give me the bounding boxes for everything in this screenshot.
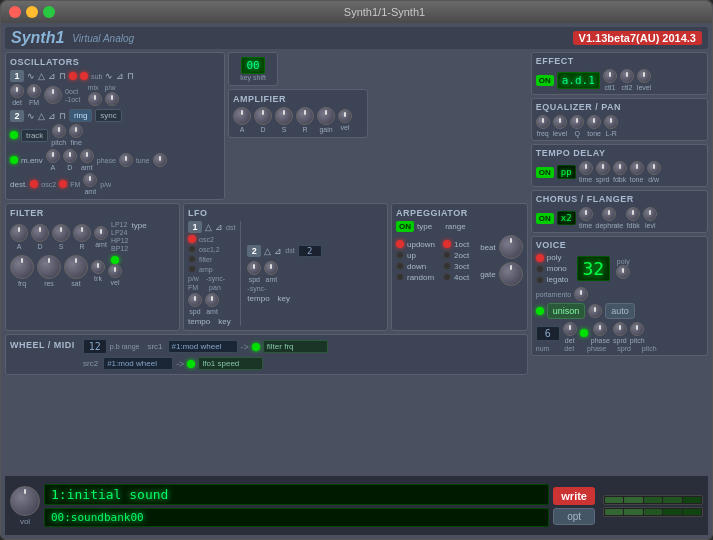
filter-vel-knob[interactable]: vel bbox=[108, 264, 122, 286]
arp-up[interactable]: up bbox=[407, 251, 416, 260]
amp-r-knob[interactable]: R bbox=[296, 107, 314, 133]
menv-led[interactable] bbox=[10, 156, 18, 164]
osc1-fm-knob[interactable]: FM bbox=[27, 84, 41, 106]
voice-sprd-knob[interactable]: sprd bbox=[613, 322, 627, 344]
sync-btn[interactable]: sync bbox=[95, 109, 121, 122]
eq-tone-knob[interactable]: tone bbox=[587, 115, 601, 137]
delay-time-knob[interactable]: time bbox=[579, 161, 593, 183]
filter-amt-knob[interactable]: amt bbox=[94, 226, 108, 248]
dest2-display[interactable]: lfo1 speed bbox=[198, 357, 263, 370]
effect-type-display[interactable]: a.d.1 bbox=[557, 72, 600, 89]
lfo1-key[interactable]: key bbox=[218, 317, 230, 326]
track-led[interactable] bbox=[10, 131, 18, 139]
close-button[interactable] bbox=[9, 6, 21, 18]
unison-knob[interactable] bbox=[588, 304, 602, 318]
phase-knob[interactable] bbox=[119, 153, 133, 167]
preset2-display[interactable]: 00:soundbank00 bbox=[44, 508, 549, 527]
arp-random[interactable]: random bbox=[407, 273, 434, 282]
lp12-label[interactable]: LP12 bbox=[111, 221, 129, 228]
maximize-button[interactable] bbox=[43, 6, 55, 18]
lfo1-tempo[interactable]: tempo bbox=[188, 317, 210, 326]
pw-knob[interactable] bbox=[105, 92, 119, 106]
chorus-levl-knob[interactable]: levl bbox=[643, 207, 657, 229]
effect-ctl2-knob[interactable]: ctl2 bbox=[620, 69, 634, 91]
portamento-knob[interactable] bbox=[574, 287, 588, 301]
lfo2-tempo[interactable]: tempo bbox=[247, 294, 269, 303]
arp-2oct[interactable]: 2oct bbox=[454, 251, 469, 260]
lfo2-wave2[interactable]: ⊿ bbox=[274, 246, 282, 256]
osc1-det-knob[interactable]: det bbox=[10, 84, 24, 106]
lfo2-key[interactable]: key bbox=[278, 294, 290, 303]
write-button[interactable]: write bbox=[553, 487, 595, 505]
poly-knob[interactable] bbox=[616, 265, 630, 279]
wave-saw[interactable]: ⊿ bbox=[48, 71, 56, 81]
lfo1-wave2[interactable]: ⊿ bbox=[215, 222, 223, 232]
effect-ctl1-knob[interactable]: ctl1 bbox=[603, 69, 617, 91]
lfo1-amt-knob[interactable]: amt bbox=[205, 293, 219, 315]
delay-tone-knob[interactable]: tone bbox=[630, 161, 644, 183]
wave2-saw[interactable]: ⊿ bbox=[48, 111, 56, 121]
type-label[interactable]: type bbox=[132, 221, 147, 230]
amp-vel-knob[interactable]: vel bbox=[338, 109, 352, 131]
mix-knob[interactable] bbox=[88, 92, 102, 106]
amp-s-knob[interactable]: S bbox=[275, 107, 293, 133]
eq-lr-knob[interactable]: L-R bbox=[604, 115, 618, 137]
arp-4oct[interactable]: 4oct bbox=[454, 273, 469, 282]
filter-r-knob[interactable]: R bbox=[73, 224, 91, 250]
voice-pitch-knob[interactable]: pitch bbox=[630, 322, 645, 344]
arp-updown[interactable]: updown bbox=[407, 240, 435, 249]
wave-sine[interactable]: ∿ bbox=[27, 71, 35, 81]
vol-control[interactable]: vol bbox=[10, 486, 40, 526]
lfo1-spd-knob[interactable]: spd bbox=[188, 293, 202, 315]
voice-phase-knob[interactable]: phase bbox=[591, 322, 610, 344]
menv-a-knob[interactable]: A bbox=[46, 149, 60, 171]
lfo2-amt-knob[interactable]: amt bbox=[264, 261, 278, 283]
arp-3oct[interactable]: 3oct bbox=[454, 262, 469, 271]
filter-d-knob[interactable]: D bbox=[31, 224, 49, 250]
amp-gain-knob[interactable]: gain bbox=[317, 107, 335, 133]
minimize-button[interactable] bbox=[26, 6, 38, 18]
arp-1oct[interactable]: 1oct bbox=[454, 240, 469, 249]
filter-frq-knob[interactable]: frq bbox=[10, 255, 34, 287]
lfo2-spd-knob[interactable]: spd bbox=[247, 261, 261, 283]
filter-res-knob[interactable]: res bbox=[37, 255, 61, 287]
tune-knob[interactable] bbox=[153, 153, 167, 167]
unison-button[interactable]: unison bbox=[547, 303, 586, 319]
wave-sub2[interactable]: ⊿ bbox=[116, 71, 124, 81]
x2-display[interactable]: x2 bbox=[557, 211, 576, 225]
lp24-label[interactable]: LP24 bbox=[111, 229, 129, 236]
eq-level-knob[interactable]: level bbox=[553, 115, 567, 137]
menv-d-knob[interactable]: D bbox=[63, 149, 77, 171]
effect-level-knob[interactable]: level bbox=[637, 69, 651, 91]
filter-sat-knob[interactable]: sat bbox=[64, 255, 88, 287]
wave2-tri[interactable]: △ bbox=[38, 111, 45, 121]
filter-a-knob[interactable]: A bbox=[10, 224, 28, 250]
poly-label[interactable]: poly bbox=[547, 253, 562, 262]
wave-sq[interactable]: ⊓ bbox=[59, 71, 66, 81]
eq-freq-knob[interactable]: freq bbox=[536, 115, 550, 137]
wave-sub1[interactable]: ∿ bbox=[105, 71, 113, 81]
osc2-pitch-knob[interactable]: pitch bbox=[51, 124, 66, 146]
legato-label[interactable]: legato bbox=[547, 275, 569, 284]
preset1-display[interactable]: 1:initial sound bbox=[44, 484, 549, 505]
ring-btn[interactable]: ring bbox=[69, 109, 92, 122]
dest1-display[interactable]: filter frq bbox=[263, 340, 328, 353]
auto-button[interactable]: auto bbox=[605, 303, 635, 319]
arp-down[interactable]: down bbox=[407, 262, 426, 271]
filter-trk-knob[interactable]: trk bbox=[91, 260, 105, 282]
lfo2-wave1[interactable]: △ bbox=[264, 246, 271, 256]
amp-d-knob[interactable]: D bbox=[254, 107, 272, 133]
dest-amt-knob[interactable]: amt bbox=[83, 173, 97, 195]
chorus-fdbk-knob[interactable]: fdbk bbox=[626, 207, 640, 229]
eq-q-knob[interactable]: Q bbox=[570, 115, 584, 137]
chorus-time-knob[interactable]: time bbox=[579, 207, 593, 229]
filter-s-knob[interactable]: S bbox=[52, 224, 70, 250]
chorus-dephrate-knob[interactable]: dephrate bbox=[596, 207, 624, 229]
osc2-fine-knob[interactable]: fine bbox=[69, 124, 83, 146]
opt-button[interactable]: opt bbox=[553, 508, 595, 525]
pp-display[interactable]: pp bbox=[557, 165, 576, 179]
menv-amt-knob[interactable]: amt bbox=[80, 149, 94, 171]
voice-det-knob[interactable]: det bbox=[563, 322, 577, 344]
src2-display[interactable]: #1:mod wheel bbox=[103, 357, 173, 370]
arp-beat-knob[interactable] bbox=[499, 235, 523, 259]
